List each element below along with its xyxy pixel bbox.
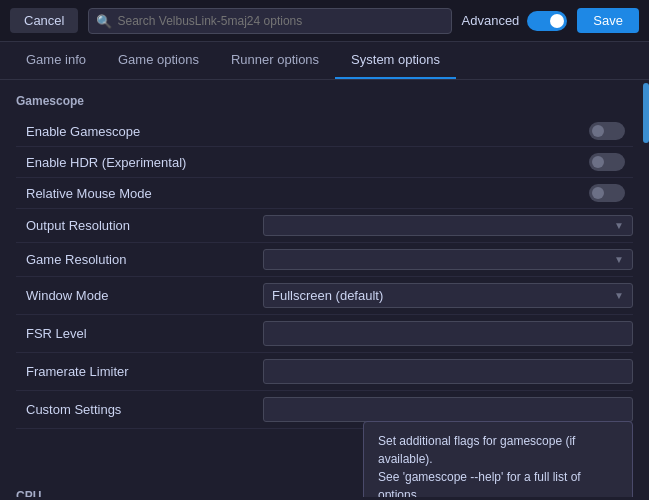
window-mode-control: Fullscreen (default) ▼ bbox=[263, 283, 633, 308]
fsr-level-control bbox=[263, 321, 633, 346]
advanced-label: Advanced bbox=[462, 13, 520, 28]
custom-settings-row: Custom Settings Set additional flags for… bbox=[16, 391, 633, 429]
gamescope-section-label: Gamescope bbox=[16, 94, 633, 108]
window-mode-label: Window Mode bbox=[16, 288, 263, 303]
enable-hdr-row: Enable HDR (Experimental) bbox=[16, 147, 633, 178]
tab-runner-options[interactable]: Runner options bbox=[215, 42, 335, 79]
custom-settings-tooltip: Set additional flags for gamescope (if a… bbox=[363, 421, 633, 497]
output-resolution-control: ▼ bbox=[263, 215, 633, 236]
output-resolution-dropdown[interactable]: ▼ bbox=[263, 215, 633, 236]
tooltip-text: Set additional flags for gamescope (if a… bbox=[378, 434, 581, 497]
game-resolution-row: Game Resolution ▼ bbox=[16, 243, 633, 277]
custom-settings-input[interactable] bbox=[263, 397, 633, 422]
game-resolution-dropdown[interactable]: ▼ bbox=[263, 249, 633, 270]
output-resolution-row: Output Resolution ▼ bbox=[16, 209, 633, 243]
window-mode-row: Window Mode Fullscreen (default) ▼ bbox=[16, 277, 633, 315]
scrollbar-indicator[interactable] bbox=[643, 83, 649, 143]
header: Cancel 🔍 Advanced Save bbox=[0, 0, 649, 42]
enable-hdr-label: Enable HDR (Experimental) bbox=[16, 155, 433, 170]
relative-mouse-toggle[interactable] bbox=[589, 184, 625, 202]
advanced-section: Advanced bbox=[462, 11, 568, 31]
search-icon: 🔍 bbox=[96, 13, 112, 28]
window-mode-dropdown[interactable]: Fullscreen (default) ▼ bbox=[263, 283, 633, 308]
tab-game-options[interactable]: Game options bbox=[102, 42, 215, 79]
fsr-level-input[interactable] bbox=[263, 321, 633, 346]
enable-hdr-toggle[interactable] bbox=[589, 153, 625, 171]
tabs-bar: Game info Game options Runner options Sy… bbox=[0, 42, 649, 80]
tab-game-info[interactable]: Game info bbox=[10, 42, 102, 79]
search-wrapper: 🔍 bbox=[88, 8, 451, 34]
content-area: Gamescope Enable Gamescope Enable HDR (E… bbox=[0, 80, 649, 497]
tab-system-options[interactable]: System options bbox=[335, 42, 456, 79]
fsr-level-row: FSR Level bbox=[16, 315, 633, 353]
cancel-button[interactable]: Cancel bbox=[10, 8, 78, 33]
game-resolution-control: ▼ bbox=[263, 249, 633, 270]
relative-mouse-label: Relative Mouse Mode bbox=[16, 186, 433, 201]
enable-gamescope-label: Enable Gamescope bbox=[16, 124, 433, 139]
framerate-limiter-control bbox=[263, 359, 633, 384]
output-resolution-arrow: ▼ bbox=[614, 220, 624, 231]
enable-gamescope-toggle[interactable] bbox=[589, 122, 625, 140]
search-input[interactable] bbox=[88, 8, 451, 34]
framerate-limiter-label: Framerate Limiter bbox=[16, 364, 263, 379]
framerate-limiter-input[interactable] bbox=[263, 359, 633, 384]
advanced-toggle[interactable] bbox=[527, 11, 567, 31]
relative-mouse-control bbox=[433, 184, 633, 202]
save-button[interactable]: Save bbox=[577, 8, 639, 33]
window-mode-value: Fullscreen (default) bbox=[272, 288, 383, 303]
custom-settings-control bbox=[263, 397, 633, 422]
enable-hdr-control bbox=[433, 153, 633, 171]
game-resolution-label: Game Resolution bbox=[16, 252, 263, 267]
enable-gamescope-control bbox=[433, 122, 633, 140]
relative-mouse-row: Relative Mouse Mode bbox=[16, 178, 633, 209]
custom-settings-label: Custom Settings bbox=[16, 402, 263, 417]
game-resolution-arrow: ▼ bbox=[614, 254, 624, 265]
enable-gamescope-row: Enable Gamescope bbox=[16, 116, 633, 147]
fsr-level-label: FSR Level bbox=[16, 326, 263, 341]
framerate-limiter-row: Framerate Limiter bbox=[16, 353, 633, 391]
output-resolution-label: Output Resolution bbox=[16, 218, 263, 233]
window-mode-arrow: ▼ bbox=[614, 290, 624, 301]
